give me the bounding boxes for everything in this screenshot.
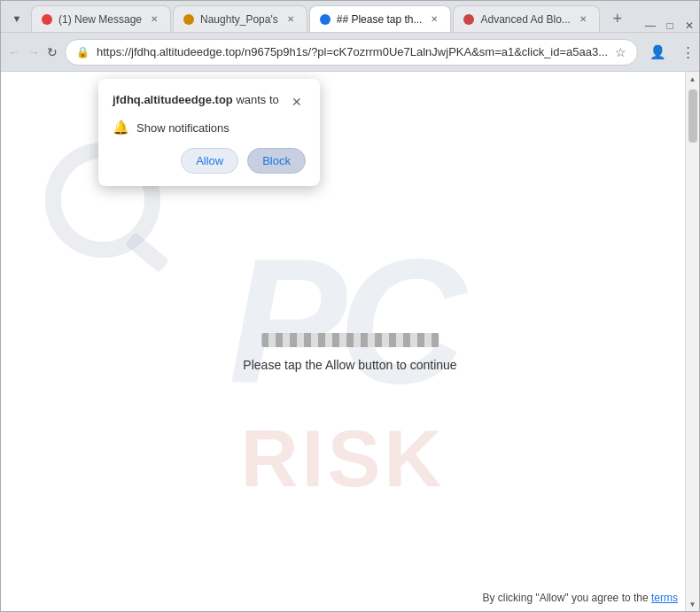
tab-3[interactable]: ## Please tap th... ✕ [309, 5, 452, 32]
tab-bar-left: ▼ (1) New Message ✕ Naughty_Popa's ✕ [4, 5, 644, 32]
maximize-button[interactable]: □ [664, 19, 676, 32]
popup-title: jfdhq.altitudeedge.top wants to [113, 93, 279, 106]
block-button[interactable]: Block [247, 148, 306, 174]
scrollbar-down-button[interactable]: ▼ [686, 597, 700, 611]
allow-button[interactable]: Allow [181, 148, 238, 174]
popup-close-button[interactable]: ✕ [288, 93, 306, 111]
security-icon: 🔒 [76, 46, 89, 58]
risk-watermark: RISK [240, 414, 445, 505]
tab-dropdown-button[interactable]: ▼ [4, 6, 29, 31]
terms-link[interactable]: terms [651, 592, 678, 604]
window-controls: — □ ✕ [644, 19, 696, 32]
tab-1[interactable]: (1) New Message ✕ [31, 5, 171, 32]
progress-text: Please tap the Allow button to continue [243, 358, 456, 372]
tab-3-title: ## Please tap th... [337, 13, 423, 26]
popup-option: 🔔 Show notifications [113, 120, 306, 136]
bottom-terms-text: By clicking "Allow" you agree to the ter… [482, 592, 678, 604]
tab-4[interactable]: Advanced Ad Blo... ✕ [453, 5, 599, 32]
address-bar: ← → ↻ 🔒 https://jfdhq.altitudeedge.top/n… [1, 33, 699, 72]
menu-button[interactable]: ⋮ [675, 40, 700, 65]
tab-2-close[interactable]: ✕ [284, 12, 298, 27]
tab-2[interactable]: Naughty_Popa's ✕ [173, 5, 307, 32]
address-input-wrapper[interactable]: 🔒 https://jfdhq.altitudeedge.top/n9675p9… [65, 39, 638, 66]
notification-bell-icon: 🔔 [113, 120, 129, 136]
tab-bar: ▼ (1) New Message ✕ Naughty_Popa's ✕ [1, 1, 699, 33]
tab-3-close[interactable]: ✕ [427, 12, 441, 27]
tab-1-title: (1) New Message [58, 13, 142, 26]
pc-watermark: PC [229, 220, 457, 423]
bookmark-icon[interactable]: ☆ [615, 45, 626, 59]
reload-button[interactable]: ↻ [47, 40, 58, 65]
profile-button[interactable]: 👤 [645, 40, 670, 65]
tab-4-close[interactable]: ✕ [576, 12, 590, 27]
tab-4-favicon [463, 13, 475, 26]
scrollbar[interactable]: ▲ ▼ [685, 72, 699, 611]
tab-4-title: Advanced Ad Blo... [480, 13, 570, 26]
address-bar-right: 👤 ⋮ [645, 40, 700, 65]
tab-2-favicon [183, 13, 195, 26]
new-tab-button[interactable]: + [605, 6, 630, 31]
page-content: PC RISK Please tap the Allow button to c… [1, 72, 699, 611]
scrollbar-up-button[interactable]: ▲ [686, 72, 700, 86]
close-button[interactable]: ✕ [683, 19, 696, 32]
tab-1-favicon [41, 13, 53, 26]
forward-button[interactable]: → [27, 40, 40, 65]
scrollbar-thumb[interactable] [688, 89, 697, 143]
popup-title-suffix: wants to [233, 93, 279, 106]
url-display: https://jfdhq.altitudeedge.top/n9675p9h1… [97, 45, 608, 58]
tab-3-favicon [319, 13, 331, 26]
popup-domain: jfdhq.altitudeedge.top [113, 93, 233, 106]
tab-1-close[interactable]: ✕ [147, 12, 161, 27]
popup-header: jfdhq.altitudeedge.top wants to ✕ [113, 93, 306, 111]
back-button[interactable]: ← [8, 40, 20, 65]
progress-bar [261, 333, 439, 347]
magnifier-handle-watermark [125, 232, 169, 273]
tab-2-title: Naughty_Popa's [200, 13, 278, 26]
popup-option-label: Show notifications [136, 121, 229, 135]
progress-wrapper: Please tap the Allow button to continue [243, 333, 456, 372]
minimize-button[interactable]: — [644, 19, 657, 32]
popup-actions: Allow Block [113, 148, 306, 174]
notification-popup: jfdhq.altitudeedge.top wants to ✕ 🔔 Show… [98, 79, 320, 186]
browser-window: ▼ (1) New Message ✕ Naughty_Popa's ✕ [0, 0, 700, 612]
